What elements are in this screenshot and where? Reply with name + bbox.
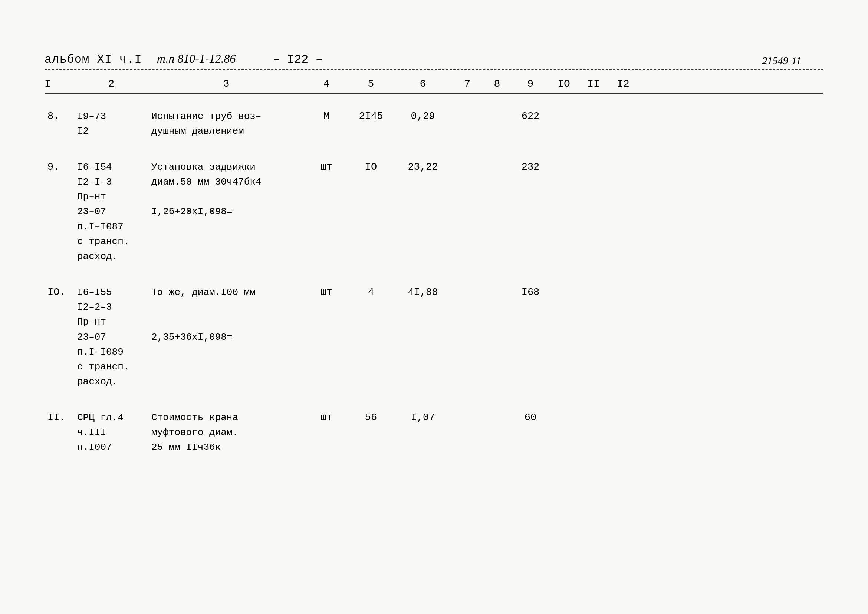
col-header-9: 9 [512, 78, 549, 90]
row-9-col10 [549, 159, 579, 160]
row-10-unit: шт [304, 284, 349, 301]
row-9-unit: шт [304, 159, 349, 176]
row-10-qty: 4 [349, 284, 393, 301]
row-10-col11 [579, 284, 608, 286]
header-divider-top [45, 69, 823, 70]
row-8-qty: 2I45 [349, 108, 393, 125]
page: альбом XI ч.I т.п 810-1-12.86 – I22 – 21… [0, 0, 868, 614]
row-11-col7 [453, 409, 482, 411]
row-10-num: IO. [45, 284, 74, 301]
row-10-ref: I6–I55I2–2–3Пр–нт23–07п.I–I089с трансп.р… [74, 284, 148, 390]
row-10-col12 [608, 284, 638, 286]
album-code: т.п 810-1-12.86 [157, 52, 236, 65]
row-8-unit: М [304, 108, 349, 125]
row-9-total: 232 [512, 159, 549, 176]
row-8-total: 622 [512, 108, 549, 125]
row-10-desc: То же, диам.I00 мм2,35+36xI,098= [148, 284, 304, 345]
row-8-ref: I9–73I2 [74, 108, 148, 140]
row-8-col10 [549, 108, 579, 110]
row-8-col8 [482, 108, 512, 110]
row-9-col11 [579, 159, 608, 160]
column-headers: I 2 3 4 5 6 7 8 9 IO II I2 [45, 72, 823, 94]
header: альбом XI ч.I т.п 810-1-12.86 – I22 – [45, 52, 823, 66]
row-9-main: 9. I6–I54I2–I–3Пр–нт23–07п.I–I087с транс… [45, 156, 823, 268]
row-8-num: 8. [45, 108, 74, 125]
row-11-col8 [482, 409, 512, 411]
col-header-7: 7 [453, 78, 482, 90]
row-10-col10 [549, 284, 579, 286]
row-9-price: 23,22 [393, 159, 453, 176]
col-header-2: 2 [74, 78, 148, 90]
row-11-qty: 56 [349, 409, 393, 426]
row-9-qty: IO [349, 159, 393, 176]
row-11-unit: шт [304, 409, 349, 426]
row-11-main: II. СРЦ гл.4ч.IIIп.I007 Стоимость кранам… [45, 406, 823, 459]
table-body: 8. I9–73I2 Испытание труб воз–душным дав… [45, 105, 823, 459]
page-number: – I22 – [273, 53, 322, 66]
row-9-ref: I6–I54I2–I–3Пр–нт23–07п.I–I087с трансп.р… [74, 159, 148, 265]
col-header-5: 5 [349, 78, 393, 90]
main-table: I 2 3 4 5 6 7 8 9 IO II I2 8. I9–73I2 Ис… [45, 72, 823, 459]
album-prefix: альбом XI ч.I [45, 53, 142, 66]
row-10-col8 [482, 284, 512, 286]
row-10-main: IO. I6–I55I2–2–3Пр–нт23–07п.I–I089с тран… [45, 281, 823, 393]
row-11-total: 60 [512, 409, 549, 426]
table-row: II. СРЦ гл.4ч.IIIп.I007 Стоимость кранам… [45, 406, 823, 459]
col-header-10: IO [549, 78, 579, 90]
table-row: IO. I6–I55I2–2–3Пр–нт23–07п.I–I089с тран… [45, 281, 823, 393]
col-header-11: II [579, 78, 608, 90]
row-9-col12 [608, 159, 638, 160]
col-header-1: I [45, 78, 74, 90]
row-11-price: I,07 [393, 409, 453, 426]
col-header-4: 4 [304, 78, 349, 90]
row-11-ref: СРЦ гл.4ч.IIIп.I007 [74, 409, 148, 456]
col-header-3: 3 [148, 78, 304, 90]
col-header-12: I2 [608, 78, 638, 90]
row-11-col10 [549, 409, 579, 411]
row-8-price: 0,29 [393, 108, 453, 125]
row-11-col12 [608, 409, 638, 411]
row-9-num: 9. [45, 159, 74, 176]
table-row: 8. I9–73I2 Испытание труб воз–душным дав… [45, 105, 823, 143]
row-9-col7 [453, 159, 482, 160]
table-row: 9. I6–I54I2–I–3Пр–нт23–07п.I–I087с транс… [45, 156, 823, 268]
row-8-col12 [608, 108, 638, 110]
row-11-desc: Стоимость кранамуфтового диам.25 мм IIч3… [148, 409, 304, 456]
row-11-num: II. [45, 409, 74, 426]
row-10-col7 [453, 284, 482, 286]
row-8-col11 [579, 108, 608, 110]
row-9-col8 [482, 159, 512, 160]
row-8-desc: Испытание труб воз–душным давлением [148, 108, 304, 140]
col-header-6: 6 [393, 78, 453, 90]
doc-number: 21549-11 [762, 55, 801, 67]
row-8-col7 [453, 108, 482, 110]
row-9-desc: Установка задвижкидиам.50 мм 30ч47бк4I,2… [148, 159, 304, 220]
row-11-col11 [579, 409, 608, 411]
row-10-price: 4I,88 [393, 284, 453, 301]
row-10-total: I68 [512, 284, 549, 301]
row-8-main: 8. I9–73I2 Испытание труб воз–душным дав… [45, 105, 823, 143]
col-header-8: 8 [482, 78, 512, 90]
